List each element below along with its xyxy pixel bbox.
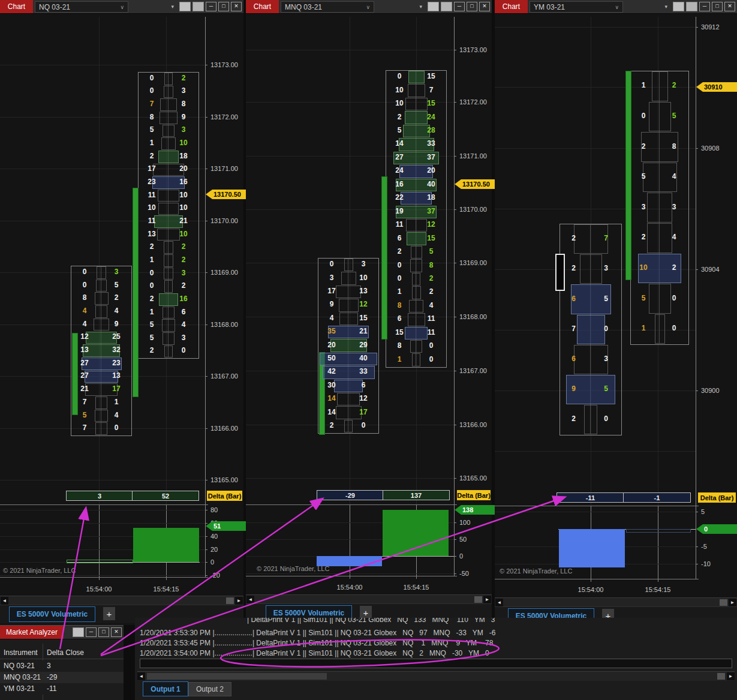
maximize-button[interactable]: □ (712, 2, 723, 11)
indicator-axis-label: -20 (210, 572, 220, 579)
close-button[interactable]: ✕ (479, 2, 490, 11)
indicator-axis-tick (454, 522, 456, 523)
window-tab-chart[interactable]: Chart (246, 0, 279, 13)
bid-volume: 13 (138, 230, 166, 238)
price-axis-line (454, 17, 455, 576)
price-gridline (246, 50, 454, 50)
close-button[interactable]: ✕ (231, 2, 242, 11)
chart-scrollbar[interactable]: ◄► (0, 596, 243, 605)
chevron-down-icon[interactable]: ▾ (664, 4, 667, 10)
chevron-down-icon[interactable]: ▾ (419, 4, 422, 10)
instrument-dropdown[interactable]: YM 03-21∨ (530, 1, 623, 13)
ask-volume: 2 (660, 81, 688, 89)
scroll-left-icon[interactable]: ◄ (495, 599, 503, 606)
add-tab-button[interactable]: + (103, 607, 115, 620)
price-axis-label: 30912 (701, 23, 720, 31)
window-tab-chart[interactable]: Chart (495, 0, 528, 13)
bid-volume: 9 (559, 384, 588, 393)
panel-bottom-axis (495, 579, 699, 579)
tab-es-5000v-volumetric[interactable]: ES 5000V Volumetric (9, 606, 95, 622)
close-button[interactable]: ✕ (724, 2, 735, 11)
price-axis-tick (205, 117, 207, 118)
maximize-button[interactable]: □ (98, 627, 109, 637)
toolbar-toggle-button[interactable] (686, 2, 697, 11)
minimize-button[interactable]: ─ (86, 627, 97, 637)
market-analyzer-titlebar[interactable]: Market Analyzer ─ □ ✕ (0, 626, 124, 639)
scroll-right-icon[interactable]: ► (483, 596, 491, 603)
output-scrollbar[interactable]: ◄ ► (137, 671, 735, 681)
close-button[interactable]: ✕ (111, 627, 122, 637)
instrument-dropdown[interactable]: NQ 03-21∨ (35, 1, 128, 13)
table-row[interactable]: MNQ 03-21-29 (0, 672, 124, 683)
bid-volume: 0 (386, 274, 413, 283)
bid-volume: 0 (386, 72, 413, 80)
scroll-right-icon[interactable]: ► (235, 597, 243, 605)
ask-volume: 24 (417, 113, 446, 121)
maximize-button[interactable]: □ (467, 2, 477, 11)
table-row[interactable]: YM 03-21-11 (0, 683, 124, 695)
price-gridline (0, 480, 205, 480)
price-axis-label: 13172.00 (210, 113, 238, 121)
indicator-axis-label: 0 (210, 558, 214, 566)
minimize-button[interactable]: ─ (206, 2, 216, 11)
titlebar[interactable]: ChartNQ 03-21∨▾─□✕ (0, 0, 243, 14)
ask-volume: 5 (102, 281, 131, 289)
toolbar-toggle-button[interactable] (428, 2, 439, 11)
ask-volume: 37 (417, 207, 446, 215)
titlebar[interactable]: ChartMNQ 03-21∨▾─□✕ (246, 0, 492, 14)
price-axis-label: 13165.00 (459, 474, 487, 482)
toolbar-toggle-button[interactable] (179, 2, 191, 11)
ask-volume: 29 (349, 341, 378, 349)
price-axis-label: 13169.00 (459, 259, 487, 266)
bid-volume: 17 (318, 287, 345, 295)
toolbar-toggle-button[interactable] (192, 2, 204, 11)
price-axis-line (205, 17, 206, 577)
scroll-left-icon[interactable]: ◄ (1, 597, 8, 605)
chart-scrollbar[interactable]: ◄► (495, 597, 737, 607)
indicator-axis-tick (205, 523, 207, 524)
bid-volume: 6 (386, 234, 413, 242)
titlebar[interactable]: ChartYM 03-21∨▾─□✕ (495, 0, 737, 14)
scrollbar-handle[interactable] (147, 673, 327, 680)
copyright-text: © 2021 NinjaTrader, LLC (500, 567, 572, 575)
add-tab-button[interactable]: + (360, 606, 372, 619)
scroll-left-icon[interactable]: ◄ (246, 596, 254, 603)
ask-volume: 10 (349, 274, 378, 282)
indicator-axis-label: 50 (459, 536, 467, 543)
table-row[interactable]: NQ 03-213 (0, 660, 124, 672)
output-command-input[interactable] (140, 659, 732, 668)
tab-output-1[interactable]: Output 1 (143, 681, 188, 696)
instrument-dropdown[interactable]: MNQ 03-21∨ (281, 1, 374, 13)
minimize-button[interactable]: ─ (454, 2, 465, 11)
chart-scrollbar[interactable]: ◄► (246, 594, 492, 604)
scrollbar-grip[interactable] (717, 673, 725, 680)
minimize-button[interactable]: ─ (699, 2, 710, 11)
bid-volume: 50 (318, 354, 345, 362)
scroll-right-icon[interactable]: ► (729, 599, 736, 606)
scrollbar-grip[interactable] (474, 596, 482, 603)
toolbar-toggle-button[interactable] (441, 2, 452, 11)
output-log-line: 1/20/2021 3:53:45 PM |..................… (140, 639, 493, 647)
ask-volume: 32 (102, 346, 131, 354)
column-header-delta-close[interactable]: Delta Close (47, 648, 84, 657)
delta-bar-cell: 52 (132, 491, 199, 501)
window-tab-chart[interactable]: Chart (0, 0, 33, 13)
time-axis-label: 15:54:15 (640, 586, 676, 593)
scroll-left-icon[interactable]: ◄ (137, 672, 145, 680)
ask-volume: 3 (169, 86, 198, 95)
price-axis-label: 30908 (701, 145, 720, 152)
chevron-down-icon[interactable]: ▾ (171, 4, 174, 10)
scrollbar-grip[interactable] (226, 597, 234, 604)
tab-output-2[interactable]: Output 2 (188, 682, 231, 696)
scroll-right-icon[interactable]: ► (727, 672, 735, 680)
column-header-instrument[interactable]: Instrument (4, 648, 38, 657)
ask-volume: 3 (591, 264, 621, 272)
maximize-button[interactable]: □ (218, 2, 229, 11)
toolbar-toggle-button[interactable] (73, 627, 84, 637)
toolbar-toggle-button[interactable] (673, 2, 684, 11)
ask-volume: 33 (349, 367, 378, 375)
bid-volume: 12 (71, 332, 98, 341)
ask-volume: 3 (169, 125, 198, 134)
bid-volume: 8 (386, 341, 413, 350)
scrollbar-grip[interactable] (720, 599, 727, 606)
